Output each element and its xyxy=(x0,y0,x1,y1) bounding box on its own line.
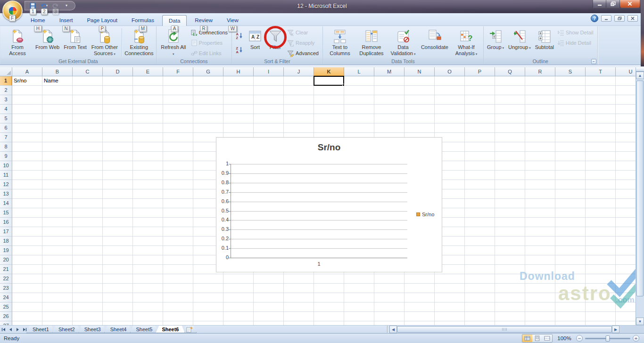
reapply-button[interactable]: Reapply xyxy=(286,38,321,48)
advanced-button[interactable]: Advanced xyxy=(286,49,321,58)
clear-button[interactable]: Clear xyxy=(286,28,321,37)
column-header-b[interactable]: B xyxy=(42,67,73,76)
row-header-21[interactable]: 21 xyxy=(0,265,12,274)
scroll-right-arrow[interactable]: ▶ xyxy=(612,326,619,333)
row-header-1[interactable]: 1 xyxy=(0,76,12,86)
horizontal-scroll-thumb[interactable] xyxy=(397,326,612,333)
ungroup-button[interactable]: Ungroup ▾ xyxy=(506,27,533,58)
zoom-slider-track[interactable] xyxy=(585,338,630,339)
undo-button[interactable]: ▾ 2 xyxy=(39,2,49,10)
zoom-in-button[interactable]: + xyxy=(633,335,639,342)
zoom-out-button[interactable]: − xyxy=(576,335,583,342)
column-header-l[interactable]: L xyxy=(344,67,374,76)
row-header-24[interactable]: 24 xyxy=(0,293,12,302)
row-header-6[interactable]: 6 xyxy=(0,123,12,133)
workbook-restore-button[interactable] xyxy=(614,15,625,22)
column-header-d[interactable]: D xyxy=(103,67,133,76)
from-access-button[interactable]: From Access xyxy=(2,27,33,58)
tab-formulas[interactable]: FormulasM xyxy=(125,15,160,26)
show-detail-button[interactable]: Show Detail xyxy=(556,28,596,37)
consolidate-button[interactable]: Consolidate xyxy=(419,27,450,58)
row-header-4[interactable]: 4 xyxy=(0,105,12,114)
row-header-27[interactable]: 27 xyxy=(0,321,12,325)
embedded-chart[interactable]: Sr/no 10.90.80.70.60.50.40.30.20.10 1 Sr… xyxy=(216,137,442,272)
properties-button[interactable]: Properties xyxy=(190,38,230,48)
from-web-button[interactable]: From Web xyxy=(33,27,61,58)
dialog-launcher-icon[interactable]: ⌐ xyxy=(591,59,596,64)
from-text-button[interactable]: From Text xyxy=(62,27,89,58)
scroll-up-arrow[interactable]: ▲ xyxy=(636,72,644,79)
column-header-h[interactable]: H xyxy=(223,67,254,76)
row-header-13[interactable]: 13 xyxy=(0,189,12,199)
existing-connections-button[interactable]: Existing Connections xyxy=(124,27,155,58)
page-break-preview-button[interactable] xyxy=(542,335,552,342)
edit-links-button[interactable]: Edit Links xyxy=(190,49,230,58)
row-header-22[interactable]: 22 xyxy=(0,274,12,284)
row-header-8[interactable]: 8 xyxy=(0,142,12,152)
row-header-9[interactable]: 9 xyxy=(0,152,12,161)
sort-button[interactable]: AZSort xyxy=(245,27,265,58)
row-header-16[interactable]: 16 xyxy=(0,218,12,227)
customize-qat-button[interactable]: ▾ xyxy=(62,2,71,10)
column-header-r[interactable]: R xyxy=(525,67,555,76)
what-if-analysis-button[interactable]: ?What-If Analysis ▾ xyxy=(451,27,482,58)
text-to-columns-button[interactable]: Text to Columns xyxy=(324,27,355,58)
remove-duplicates-button[interactable]: Remove Duplicates xyxy=(356,27,387,58)
column-header-p[interactable]: P xyxy=(465,67,495,76)
select-all-corner[interactable] xyxy=(0,67,12,76)
row-header-17[interactable]: 17 xyxy=(0,227,12,237)
row-header-3[interactable]: 3 xyxy=(0,95,12,105)
zoom-level[interactable]: 100% xyxy=(556,335,572,341)
row-header-18[interactable]: 18 xyxy=(0,237,12,246)
column-header-g[interactable]: G xyxy=(193,67,223,76)
first-sheet-button[interactable] xyxy=(0,326,7,333)
tab-insert[interactable]: InsertN xyxy=(53,15,79,26)
tab-home[interactable]: HomeH xyxy=(25,15,51,26)
row-header-10[interactable]: 10 xyxy=(0,161,12,171)
row-header-26[interactable]: 26 xyxy=(0,312,12,321)
restore-button[interactable] xyxy=(606,0,620,8)
sort-za-button[interactable]: ZA xyxy=(234,44,244,55)
tab-view[interactable]: ViewW xyxy=(221,15,245,26)
sheet-tab-sheet1[interactable]: Sheet1 xyxy=(26,326,55,333)
row-header-14[interactable]: 14 xyxy=(0,199,12,208)
column-header-s[interactable]: S xyxy=(555,67,586,76)
minimize-button[interactable] xyxy=(593,0,606,8)
active-cell-k1[interactable] xyxy=(314,76,344,86)
help-icon[interactable]: ? xyxy=(591,15,598,22)
vertical-scroll-thumb[interactable] xyxy=(636,81,644,296)
save-button[interactable]: 1 xyxy=(28,2,37,10)
column-header-q[interactable]: Q xyxy=(495,67,525,76)
row-header-25[interactable]: 25 xyxy=(0,302,12,312)
close-button[interactable] xyxy=(620,0,640,8)
from-other-sources-button[interactable]: From Other Sources ▾ xyxy=(89,27,120,58)
row-header-15[interactable]: 15 xyxy=(0,208,12,218)
tab-page-layout[interactable]: Page LayoutP xyxy=(81,15,124,26)
refresh-all-button[interactable]: Refresh All ▾ xyxy=(158,27,189,58)
column-header-u[interactable]: U xyxy=(616,67,636,76)
fill-handle[interactable] xyxy=(342,84,345,86)
redo-button[interactable]: 3 xyxy=(50,2,60,10)
group-button[interactable]: Group ▾ xyxy=(485,27,506,58)
hide-detail-button[interactable]: Hide Detail xyxy=(556,38,596,48)
row-header-11[interactable]: 11 xyxy=(0,171,12,180)
sheet-tab-sheet2[interactable]: Sheet2 xyxy=(52,326,81,333)
column-header-i[interactable]: I xyxy=(254,67,284,76)
data-validation-button[interactable]: Data Validation ▾ xyxy=(388,27,419,58)
column-header-o[interactable]: O xyxy=(435,67,465,76)
previous-sheet-button[interactable] xyxy=(7,326,14,333)
column-header-c[interactable]: C xyxy=(73,67,103,76)
row-header-20[interactable]: 20 xyxy=(0,255,12,265)
row-header-23[interactable]: 23 xyxy=(0,284,12,293)
connections-button[interactable]: Connections xyxy=(190,28,230,37)
page-layout-view-button[interactable] xyxy=(532,335,542,342)
row-header-7[interactable]: 7 xyxy=(0,133,12,142)
vertical-split-handle[interactable] xyxy=(636,67,644,72)
sheet-tab-sheet5[interactable]: Sheet5 xyxy=(130,326,159,333)
horizontal-scrollbar[interactable]: ◀ ▶ xyxy=(389,326,619,333)
sheet-tab-sheet6[interactable]: Sheet6 xyxy=(156,326,185,333)
column-header-j[interactable]: J xyxy=(284,67,314,76)
sheet-tab-sheet3[interactable]: Sheet3 xyxy=(78,326,107,333)
column-header-f[interactable]: F xyxy=(163,67,193,76)
tab-data[interactable]: DataA xyxy=(162,15,187,26)
